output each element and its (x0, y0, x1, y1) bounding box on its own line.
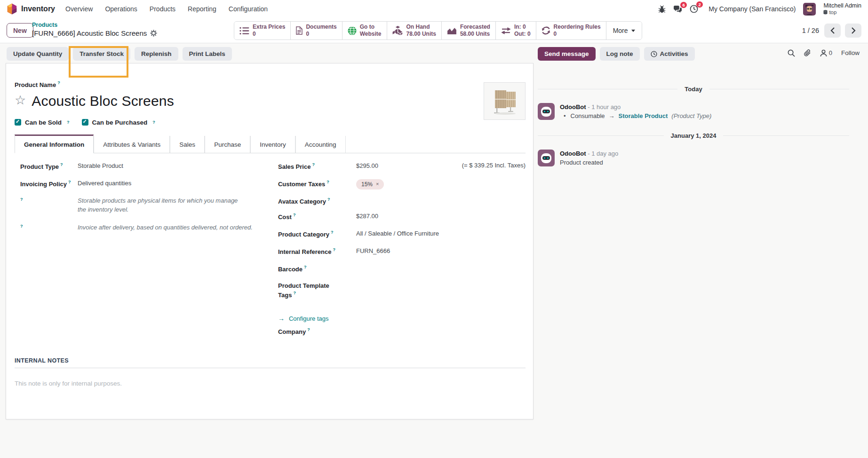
favorite-star-icon[interactable]: ☆ (15, 94, 26, 107)
cost-value[interactable]: $287.00 (356, 212, 526, 221)
tab-attributes-variants[interactable]: Attributes & Variants (94, 136, 170, 153)
update-quantity-button[interactable]: Update Quantity (7, 47, 69, 61)
log-note-button[interactable]: Log note (600, 47, 640, 61)
product-title[interactable]: Acoustic Bloc Screens (32, 93, 174, 109)
help-icon[interactable]: ? (293, 213, 296, 217)
activities-badge: 2 (696, 1, 703, 8)
help-icon[interactable]: ? (67, 120, 70, 125)
transfer-icon (501, 27, 511, 34)
activities-clock-icon[interactable]: 2 (690, 5, 698, 13)
help-icon[interactable]: ? (20, 197, 23, 202)
database-icon (823, 10, 828, 15)
search-messages-icon[interactable] (788, 49, 795, 57)
product-image[interactable] (484, 82, 526, 120)
help-icon[interactable]: ? (57, 80, 60, 85)
company-switcher[interactable]: My Company (San Francisco) (709, 5, 796, 13)
help-icon[interactable]: ? (331, 230, 334, 235)
internal-notes-input[interactable]: This note is only for internal purposes. (15, 380, 526, 387)
help-icon[interactable]: ? (333, 247, 335, 252)
debug-icon[interactable] (658, 5, 666, 13)
product-category-value[interactable]: All / Saleable / Office Furniture (356, 229, 526, 238)
attachment-icon[interactable] (804, 49, 811, 57)
inventory-app-icon (7, 3, 17, 15)
print-labels-button[interactable]: Print Labels (183, 47, 232, 61)
nav-item-operations[interactable]: Operations (105, 5, 137, 13)
sales-price-value[interactable]: $295.00 (356, 162, 378, 170)
user-menu[interactable]: Mitchell Admin top (823, 2, 861, 16)
tab-inventory[interactable]: Inventory (250, 136, 295, 153)
price-incl-taxes: (= $ 339.25 Incl. Taxes) (462, 162, 526, 169)
can-be-sold-checkbox[interactable]: Can be Sold? (15, 119, 70, 126)
help-icon[interactable]: ? (327, 197, 330, 202)
database-name: top (829, 9, 836, 16)
help-icon[interactable]: ? (152, 120, 155, 125)
tab-purchase[interactable]: Purchase (205, 136, 250, 153)
followers-button[interactable]: 0 (820, 49, 832, 57)
follow-button[interactable]: Follow (841, 49, 860, 56)
message-author: OdooBot (560, 150, 586, 157)
tax-tag[interactable]: 15% × (356, 179, 384, 190)
breadcrumb-current: [FURN_6666] Acoustic Bloc Screens (32, 29, 147, 37)
invoicing-policy-value[interactable]: Delivered quantities (78, 179, 270, 188)
invoicing-policy-field: Invoicing Policy? Delivered quantities (20, 179, 270, 197)
nav-item-reporting[interactable]: Reporting (188, 5, 216, 13)
control-panel: New Products [FURN_6666] Acoustic Bloc S… (0, 18, 868, 43)
message-time: - 1 hour ago (588, 103, 621, 111)
form-sheet: Product Name? ☆ Acoustic Bloc Screens Ca… (6, 63, 534, 419)
tab-sales[interactable]: Sales (170, 136, 205, 153)
stat-reordering-rules-button[interactable]: Reordering Rules0 (536, 22, 606, 39)
internal-reference-value[interactable]: FURN_6666 (356, 247, 526, 255)
message-author: OdooBot (560, 103, 586, 111)
pager-next-button[interactable] (845, 24, 861, 38)
activities-button[interactable]: Activities (644, 47, 695, 61)
stat-on-hand-button[interactable]: On Hand78.00 Units (387, 22, 442, 39)
follower-count: 0 (829, 49, 832, 56)
help-icon[interactable]: ? (60, 162, 63, 167)
checkbox-checked-icon (15, 119, 21, 126)
replenish-button[interactable]: Replenish (135, 47, 178, 61)
tracking-new-value[interactable]: Storable Product (619, 112, 668, 119)
tab-accounting[interactable]: Accounting (295, 136, 346, 153)
user-avatar[interactable] (803, 3, 816, 16)
help-icon[interactable]: ? (326, 180, 329, 184)
stat-in-out-button[interactable]: In: 0Out: 0 (496, 22, 536, 39)
help-icon[interactable]: ? (304, 265, 307, 269)
gear-icon[interactable] (150, 30, 157, 37)
stat-forecasted-button[interactable]: Forecasted58.00 Units (442, 22, 496, 39)
more-button[interactable]: More (606, 22, 642, 39)
messages-icon[interactable]: 6 (673, 5, 682, 13)
breadcrumb-products-link[interactable]: Products (32, 22, 57, 28)
stat-button-strip: Extra Prices0 Documents0 Go toWebsit (234, 21, 642, 40)
chatter-panel: Today OdooBot - 1 hour ago • Con (538, 63, 849, 179)
nav-item-products[interactable]: Products (150, 5, 175, 13)
transfer-stock-button[interactable]: Transfer Stock (73, 47, 130, 61)
new-button[interactable]: New (7, 23, 33, 38)
product-type-value[interactable]: Storable Product (78, 162, 270, 170)
help-icon[interactable]: ? (68, 180, 71, 184)
send-message-button[interactable]: Send message (538, 47, 596, 61)
configure-tags-link[interactable]: Configure tags (289, 315, 329, 322)
app-name[interactable]: Inventory (21, 5, 55, 13)
tab-general-information[interactable]: General Information (15, 134, 94, 153)
nav-item-overview[interactable]: Overview (65, 5, 93, 13)
remove-tag-icon[interactable]: × (376, 181, 379, 188)
nav-item-configuration[interactable]: Configuration (229, 5, 268, 13)
odoobot-avatar[interactable] (538, 150, 555, 166)
stat-documents-button[interactable]: Documents0 (291, 22, 342, 39)
stat-go-to-website-button[interactable]: Go toWebsite (342, 22, 387, 39)
can-be-purchased-checkbox[interactable]: Can be Purchased? (82, 119, 155, 126)
company-field: Company? (278, 327, 526, 344)
chatter-message: OdooBot - 1 hour ago • Consumable → Stor… (538, 103, 849, 120)
help-icon[interactable]: ? (307, 327, 310, 332)
product-name-label: Product Name (15, 81, 56, 88)
message-time: - 1 day ago (588, 150, 618, 157)
help-icon[interactable]: ? (312, 162, 315, 167)
pager-previous-button[interactable] (824, 24, 841, 38)
app-menu-toggle[interactable]: Inventory (7, 3, 55, 15)
help-icon[interactable]: ? (20, 224, 23, 229)
odoobot-avatar[interactable] (538, 103, 555, 120)
user-name: Mitchell Admin (823, 2, 861, 9)
status-button-row: Update Quantity Transfer Stock Replenish… (0, 43, 868, 64)
stat-extra-prices-button[interactable]: Extra Prices0 (234, 22, 291, 39)
help-icon[interactable]: ? (293, 291, 296, 295)
